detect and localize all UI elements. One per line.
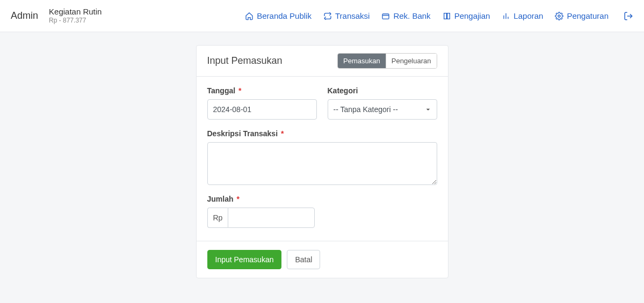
- refresh-icon: [323, 12, 332, 20]
- nav-label: Pengajian: [454, 11, 490, 20]
- label-jumlah: Jumlah *: [207, 195, 437, 203]
- topbar-left: Admin Kegiatan Rutin Rp - 877.377: [11, 6, 102, 25]
- label-tanggal: Tanggal *: [207, 86, 317, 95]
- label-text: Deskripsi Transaksi: [207, 129, 278, 138]
- nav-label: Laporan: [513, 11, 543, 20]
- nav-label: Beranda Publik: [257, 11, 312, 20]
- input-jumlah[interactable]: [228, 208, 314, 228]
- select-kategori[interactable]: -- Tanpa Kategori --: [328, 99, 437, 120]
- home-icon: [245, 12, 254, 20]
- required-mark: *: [281, 129, 284, 138]
- admin-label[interactable]: Admin: [11, 10, 38, 21]
- nav-beranda[interactable]: Beranda Publik: [245, 11, 312, 20]
- card-header: Input Pemasukan Pemasukan Pengeluaran: [197, 46, 448, 77]
- group-jumlah: Jumlah * Rp: [207, 195, 437, 228]
- group-deskripsi: Deskripsi Transaksi *: [207, 129, 437, 185]
- org-title: Kegiatan Rutin: [49, 6, 102, 17]
- org-info: Kegiatan Rutin Rp - 877.377: [49, 6, 102, 25]
- cancel-button[interactable]: Batal: [287, 250, 320, 269]
- nav-pengaturan[interactable]: Pengaturan: [555, 11, 609, 20]
- label-text: Jumlah: [207, 195, 234, 203]
- nav-transaksi[interactable]: Transaksi: [323, 11, 370, 20]
- card-footer: Input Pemasukan Batal: [197, 241, 448, 278]
- logout-icon[interactable]: [624, 11, 633, 21]
- type-toggle: Pemasukan Pengeluaran: [337, 53, 437, 69]
- toggle-pengeluaran[interactable]: Pengeluaran: [386, 54, 437, 68]
- label-deskripsi: Deskripsi Transaksi *: [207, 129, 437, 138]
- wallet-icon: [381, 12, 390, 20]
- nav-label: Transaksi: [335, 11, 370, 20]
- currency-prefix: Rp: [207, 208, 228, 228]
- input-group-jumlah: Rp: [207, 208, 315, 228]
- label-kategori: Kategori: [328, 86, 437, 95]
- transaction-card: Input Pemasukan Pemasukan Pengeluaran Ta…: [196, 45, 448, 278]
- svg-point-1: [558, 15, 560, 17]
- card-body: Tanggal * Kategori -- Tanpa Kategori -- …: [197, 77, 448, 241]
- nav-label: Rek. Bank: [393, 11, 430, 20]
- org-balance: Rp - 877.377: [49, 17, 102, 25]
- nav-rek-bank[interactable]: Rek. Bank: [381, 11, 430, 20]
- topbar: Admin Kegiatan Rutin Rp - 877.377 Berand…: [0, 0, 644, 32]
- row-date-category: Tanggal * Kategori -- Tanpa Kategori --: [207, 86, 437, 120]
- page-content: Input Pemasukan Pemasukan Pengeluaran Ta…: [0, 32, 644, 300]
- chart-icon: [502, 12, 510, 20]
- group-tanggal: Tanggal *: [207, 86, 317, 120]
- nav-pengajian[interactable]: Pengajian: [443, 11, 490, 20]
- required-mark: *: [236, 195, 239, 203]
- submit-button[interactable]: Input Pemasukan: [207, 250, 282, 269]
- nav-laporan[interactable]: Laporan: [502, 11, 543, 20]
- textarea-deskripsi[interactable]: [207, 142, 437, 185]
- topbar-nav: Beranda Publik Transaksi Rek. Bank Penga…: [245, 11, 633, 21]
- card-title: Input Pemasukan: [207, 55, 283, 66]
- label-text: Tanggal: [207, 86, 236, 95]
- svg-rect-0: [382, 14, 389, 19]
- gear-icon: [555, 12, 563, 20]
- book-icon: [443, 12, 451, 20]
- required-mark: *: [238, 86, 241, 95]
- toggle-pemasukan[interactable]: Pemasukan: [338, 54, 386, 68]
- nav-label: Pengaturan: [567, 11, 609, 20]
- group-kategori: Kategori -- Tanpa Kategori --: [328, 86, 437, 120]
- input-tanggal[interactable]: [207, 99, 317, 120]
